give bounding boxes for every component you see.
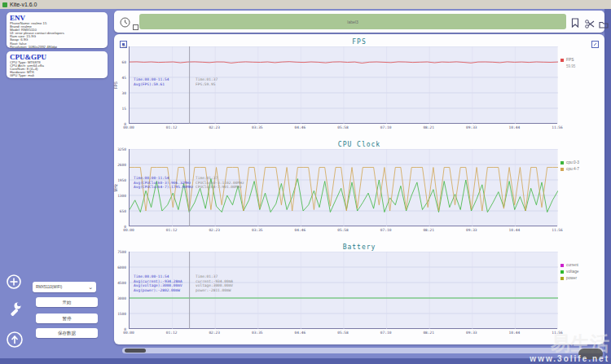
x-tick-label: 00:00 (123, 228, 134, 232)
app-icon (2, 2, 7, 7)
battery-chart: Battery 015003000450060007500 Time:00:00… (114, 243, 604, 345)
chart-canvas (130, 46, 558, 124)
save-mark-button[interactable] (571, 16, 579, 31)
y-tick-label: 3250 (117, 147, 126, 151)
info-line: Resolution: 1080x2392 480dpi (10, 46, 104, 49)
legend-item[interactable]: cpu:0-3 (560, 160, 603, 165)
annotation-line: Avg(CPUClock4-7):1795.90MHz (134, 185, 193, 190)
x-tick-label: 03:35 (252, 125, 263, 129)
chart-legend: cpu:0-3cpu:4-7 (560, 160, 603, 173)
vertical-scrollbar[interactable] (604, 9, 611, 364)
x-axis-ticks: 00:0001:1202:2303:3504:4605:5807:1008:21… (129, 125, 557, 132)
legend-item[interactable]: voltage (560, 270, 603, 274)
charts-panel: FPS FPS 01530456075 Time:00:00-11:54Avg(… (114, 34, 604, 344)
x-tick-label: 09:33 (466, 228, 477, 232)
add-button[interactable] (6, 274, 22, 293)
x-tick-label: 04:46 (295, 331, 306, 335)
x-tick-label: 01:12 (166, 331, 178, 335)
legend-label: cpu:4-7 (566, 167, 579, 172)
plot-area[interactable]: Time:00:00-11:54Avg(current):-934.28mAAv… (129, 252, 557, 329)
y-tick-label: 60 (122, 60, 126, 64)
x-tick-label: 02:23 (209, 228, 220, 232)
fps-chart: FPS FPS 01530456075 Time:00:00-11:54Avg(… (114, 37, 604, 140)
summary-annotation: Time:00:00-11:54Avg(CPUClock0-3):906.32M… (134, 176, 193, 190)
x-tick-label: 07:10 (380, 228, 392, 232)
legend-value: 59.95 (566, 64, 603, 68)
horizontal-scrollbar-handle[interactable] (125, 349, 146, 353)
legend-item[interactable]: current (560, 263, 603, 268)
chevron-down-icon: ⌄ (88, 285, 93, 290)
x-tick-label: 07:10 (380, 331, 392, 335)
x-tick-label: 09:33 (466, 331, 477, 335)
plus-circle-icon (6, 274, 22, 290)
annotation-line: Time:01:37 (196, 77, 218, 82)
top-toolbar: label3 (114, 11, 604, 33)
plot-area[interactable]: Time:00:00-11:54Avg(FPS):59.61 Time:01:3… (129, 46, 557, 124)
x-tick-label: 02:23 (209, 331, 220, 335)
start-button[interactable]: 开始 (36, 297, 98, 307)
clock-icon (120, 17, 130, 28)
legend-label: current (566, 263, 578, 268)
annotation-line: voltage:3000.00mV (196, 283, 233, 288)
legend-label: cpu:0-3 (566, 160, 579, 165)
chart-canvas (130, 149, 558, 226)
x-tick-label: 07:10 (380, 125, 392, 129)
y-tick-label: 30 (122, 91, 126, 95)
x-axis-ticks: 00:0001:1202:2303:3504:4605:5807:1008:21… (129, 331, 557, 337)
y-tick-label: 4500 (117, 281, 126, 285)
annotation-line: CPUClock4-7:901.00MHz (196, 185, 244, 190)
chart-title: Battery (114, 243, 604, 252)
x-axis-ticks: 00:0001:1202:2303:3504:4605:5807:1008:21… (129, 228, 557, 235)
small-square-icon (133, 24, 138, 30)
bottom-border-strip (0, 358, 611, 364)
device-selector[interactable]: RMX5110(WIFI) ⌄ (33, 282, 96, 292)
x-tick-label: 02:23 (209, 125, 220, 129)
x-tick-label: 05:58 (337, 331, 349, 335)
chart-canvas (130, 252, 558, 329)
cut-button[interactable] (585, 17, 595, 32)
x-tick-label: 03:35 (252, 331, 263, 335)
x-tick-label: 05:58 (337, 125, 349, 129)
summary-annotation: Time:00:00-11:54Avg(current):-934.28mAAv… (134, 274, 182, 292)
window-titlebar: Kite-v1.6.0 (0, 0, 611, 9)
legend-item[interactable]: cpu:4-7 (560, 167, 603, 172)
save-data-button[interactable]: 保存数据 (36, 328, 98, 338)
annotation-line: Avg(FPS):59.61 (134, 82, 169, 87)
y-tick-label: 3000 (117, 296, 126, 300)
x-tick-label: 05:58 (337, 228, 349, 232)
x-tick-label: 10:44 (509, 125, 521, 129)
legend-swatch (560, 277, 564, 280)
y-tick-label: 1950 (117, 178, 126, 182)
y-tick-label: 15 (122, 107, 126, 111)
x-tick-label: 11:56 (552, 228, 563, 232)
y-axis-ticks: 015003000450060007500 (114, 252, 128, 329)
target-toggle[interactable] (133, 19, 138, 33)
chart-title: CPU Clock (114, 140, 604, 149)
upload-button[interactable] (6, 331, 24, 352)
x-tick-label: 00:00 (123, 125, 134, 129)
y-tick-label: 1500 (117, 312, 126, 316)
cursor-annotation: Time:01:37CPUClock0-3:1102.00MHzCPUClock… (196, 176, 244, 190)
x-tick-label: 11:56 (552, 125, 563, 129)
legend-swatch (560, 161, 564, 164)
annotation-line: Avg(power):-2802.00mW (134, 288, 182, 293)
label-input[interactable]: label3 (139, 14, 566, 29)
device-selector-value: RMX5110(WIFI) (36, 285, 88, 289)
settings-button[interactable] (7, 301, 22, 319)
chart-title: FPS (114, 37, 604, 46)
legend-item[interactable]: power (560, 276, 603, 281)
plot-area[interactable]: Time:00:00-11:54Avg(CPUClock0-3):906.32M… (129, 149, 557, 226)
x-tick-label: 11:56 (552, 331, 563, 335)
history-button[interactable] (120, 16, 130, 31)
y-tick-label: 6000 (117, 265, 126, 270)
cursor-annotation: Time:01:37FPS:59.95 (196, 77, 218, 86)
legend-label: voltage (566, 270, 578, 274)
horizontal-scrollbar[interactable] (122, 348, 603, 353)
legend-item[interactable]: FPS (560, 58, 603, 63)
pause-button[interactable]: 暂停 (36, 314, 98, 323)
y-tick-label: 1300 (117, 194, 126, 198)
cpu-clock-chart: CPU Clock MHz 06501300195026003250 Time:… (114, 140, 604, 243)
open-folder-button[interactable] (599, 17, 609, 32)
scissors-icon (585, 20, 595, 29)
wrench-icon (7, 301, 22, 316)
